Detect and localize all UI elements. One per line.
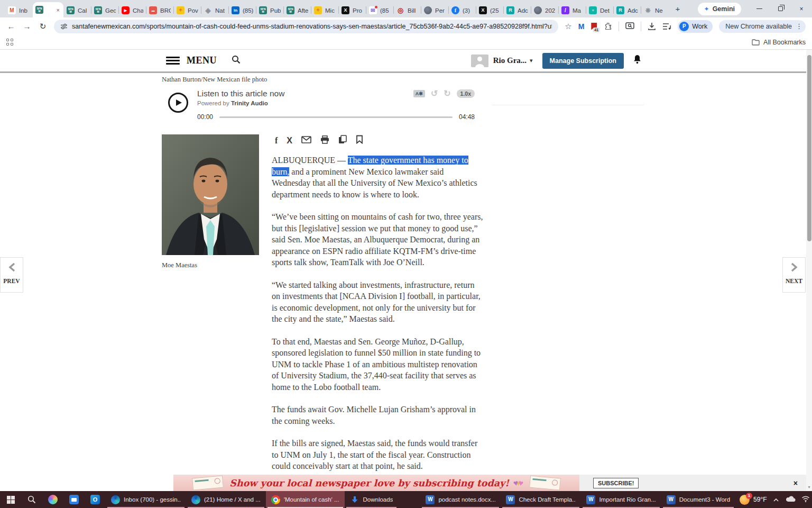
next-article-button[interactable]: NEXT xyxy=(782,257,806,293)
profile-chip[interactable]: P Work xyxy=(678,20,713,33)
browser-tab[interactable]: RAdc xyxy=(504,3,531,17)
new-tab-button[interactable]: + xyxy=(670,2,685,16)
browser-tab[interactable]: ▶Cha xyxy=(119,3,146,17)
rewind-10-icon[interactable]: ↺ xyxy=(431,88,438,98)
menu-label[interactable]: MENU xyxy=(187,55,217,66)
chevron-down-icon[interactable]: ▾ xyxy=(530,57,533,64)
bookmark-star-icon[interactable]: ☆ xyxy=(565,22,571,31)
progress-bar[interactable] xyxy=(219,116,453,118)
browser-tab[interactable]: in(85) xyxy=(229,3,256,17)
forward-button[interactable]: → xyxy=(22,22,32,31)
gemini-button[interactable]: ✦ Gemini xyxy=(698,3,741,15)
taskbar-search-button[interactable] xyxy=(21,491,42,508)
weather-widget[interactable]: 1 59°F xyxy=(740,495,767,505)
window-close-button[interactable]: × xyxy=(791,0,812,17)
banner-close-icon[interactable]: × xyxy=(793,479,798,487)
bookmarks-bar: All Bookmarks xyxy=(0,35,812,50)
window-minimize-button[interactable] xyxy=(749,0,770,17)
tray-chevron-up-icon[interactable] xyxy=(773,495,779,504)
browser-tab[interactable]: 202 xyxy=(531,3,558,17)
browser-tab[interactable]: ▬BRC xyxy=(146,3,173,17)
x-share-icon[interactable]: X xyxy=(287,136,292,146)
copy-link-icon[interactable] xyxy=(338,135,347,146)
browser-tab[interactable]: f(3) xyxy=(449,3,476,17)
hamburger-menu-icon[interactable] xyxy=(166,57,180,65)
taskbar-window-chrome[interactable]: 'Mountain of cash' ... xyxy=(266,491,345,508)
wifi-icon[interactable] xyxy=(801,495,810,504)
facebook-share-icon[interactable]: f xyxy=(275,136,278,146)
browser-tab[interactable]: SFNMAfte xyxy=(284,3,311,17)
play-button[interactable] xyxy=(168,93,188,113)
refresh-button[interactable]: ↻ xyxy=(38,22,48,31)
download-icon[interactable] xyxy=(648,22,656,31)
browser-tab[interactable]: SFNMPub xyxy=(256,3,283,17)
scrollbar-down-arrow[interactable]: ▾ xyxy=(806,485,812,489)
reading-list-icon[interactable] xyxy=(662,23,671,30)
chevron-left-icon xyxy=(8,262,15,272)
taskbar-window-edge[interactable]: (21) Home / X and ... xyxy=(186,491,266,508)
banner-artwork[interactable]: Show your local newspaper love by subscr… xyxy=(173,475,579,491)
word-icon: W xyxy=(426,495,435,504)
taskbar-remote-desktop-button[interactable] xyxy=(63,491,85,508)
browser-tab[interactable]: ✦Pov xyxy=(174,3,201,17)
browser-tab[interactable]: ◎Bill xyxy=(394,3,421,17)
taskbar-window-word[interactable]: WDocument3 - Word xyxy=(661,491,735,508)
extensions-puzzle-icon[interactable] xyxy=(604,22,612,31)
search-icon[interactable] xyxy=(232,55,241,66)
site-header: MENU Rio Gra... ▾ Manage Subscription xyxy=(0,50,812,73)
taskbar-outlook-button[interactable]: O xyxy=(85,491,106,508)
address-bar[interactable]: santafenewmexican.com/sports/mountain-of… xyxy=(54,20,558,33)
browser-tab[interactable]: ✦Mic xyxy=(311,3,338,17)
page-scrollbar[interactable]: ▾ xyxy=(806,50,812,491)
browser-tab-active[interactable]: SFNM× xyxy=(33,2,63,17)
taskbar-copilot-button[interactable] xyxy=(42,491,63,508)
print-icon[interactable] xyxy=(320,135,329,146)
browser-tab[interactable]: MInb xyxy=(5,3,32,17)
article-paragraph: If the bills are signed, Maestas said, t… xyxy=(272,438,484,472)
site-settings-icon[interactable] xyxy=(60,23,68,30)
back-button[interactable]: ← xyxy=(6,22,16,31)
browser-tab[interactable]: SFNMGeo xyxy=(91,3,118,17)
taskbar-window-word[interactable]: WCheck Draft Templa... xyxy=(501,491,581,508)
onedrive-cloud-icon[interactable] xyxy=(785,495,796,504)
manage-subscription-button[interactable]: Manage Subscription xyxy=(542,53,624,69)
taskbar-window-word[interactable]: WImportant Rio Gran... xyxy=(581,491,661,508)
chrome-update-chip[interactable]: New Chrome available ⋮ xyxy=(719,20,806,33)
browser-tab[interactable]: ◈Nat xyxy=(201,3,228,17)
window-restore-button[interactable] xyxy=(770,0,791,17)
tab-title: Nat xyxy=(215,7,225,14)
scrollbar-thumb[interactable] xyxy=(807,55,811,241)
email-share-icon[interactable] xyxy=(301,136,311,146)
screen-search-icon[interactable] xyxy=(625,22,634,30)
taskbar-window-word[interactable]: Wpodcast notes.docx... xyxy=(420,491,501,508)
taskbar-window-downloads[interactable]: Downloads xyxy=(345,491,399,508)
malwarebytes-extension-icon[interactable]: M xyxy=(578,22,585,31)
bookmark-extension-icon[interactable]: 41 xyxy=(590,22,597,31)
taskbar-window-edge[interactable]: Inbox (700) - gessin... xyxy=(106,491,186,508)
save-bookmark-icon[interactable] xyxy=(356,135,363,146)
taskbar-start-button[interactable] xyxy=(0,491,21,508)
tab-close-icon[interactable]: × xyxy=(56,7,61,13)
more-menu-icon[interactable]: ⋮ xyxy=(796,22,802,30)
browser-tab[interactable]: XPro xyxy=(339,3,366,17)
voice-settings-icon[interactable]: A✱ xyxy=(413,90,425,97)
browser-tab[interactable]: Per xyxy=(421,3,448,17)
browser-tab[interactable]: ❋Ne xyxy=(641,3,668,17)
browser-tab[interactable]: X(25 xyxy=(476,3,503,17)
browser-tab[interactable]: SFNMCal xyxy=(64,3,91,17)
notifications-bell-icon[interactable] xyxy=(633,55,642,67)
url-text[interactable]: santafenewmexican.com/sports/mountain-of… xyxy=(72,23,552,30)
forward-10-icon[interactable]: ↻ xyxy=(444,88,450,98)
browser-tab[interactable]: ≡Det xyxy=(586,3,613,17)
account-name[interactable]: Rio Gra... xyxy=(493,56,527,65)
prev-article-button[interactable]: PREV xyxy=(0,257,23,293)
trinity-audio-brand[interactable]: Trinity Audio xyxy=(231,100,268,106)
subscribe-button[interactable]: SUBSCRIBE! xyxy=(593,478,639,488)
browser-tab[interactable]: ✉(85 xyxy=(366,3,393,17)
all-bookmarks-button[interactable]: All Bookmarks xyxy=(752,39,806,46)
browser-tab[interactable]: RAdc xyxy=(614,3,641,17)
flower-favicon: ❋ xyxy=(644,6,652,14)
browser-tab[interactable]: /Ma xyxy=(559,3,586,17)
apps-grid-icon[interactable] xyxy=(6,39,13,46)
playback-rate-button[interactable]: 1.0x xyxy=(457,89,475,98)
